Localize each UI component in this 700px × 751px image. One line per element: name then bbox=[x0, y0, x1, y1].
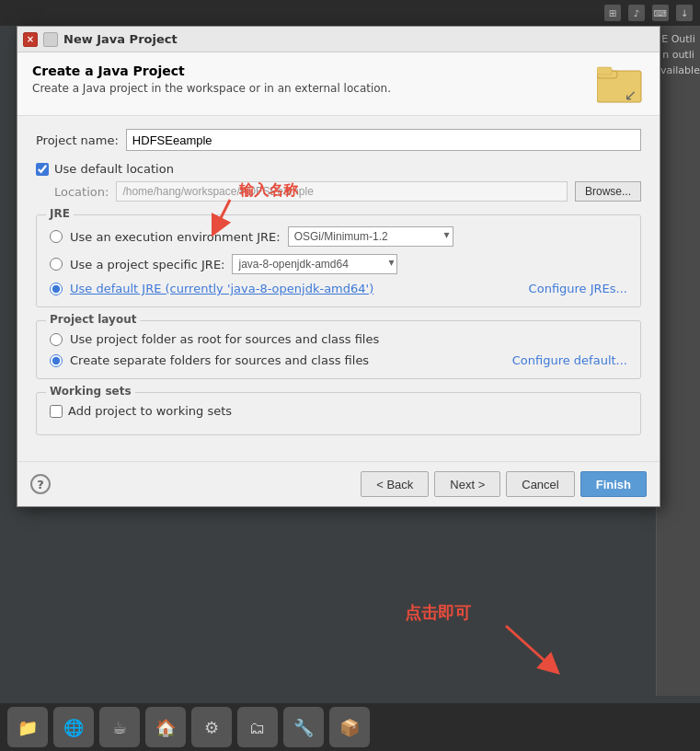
project-layout-title: Project layout bbox=[46, 313, 140, 326]
location-label: Location: bbox=[54, 185, 109, 199]
jre-option2-radio[interactable] bbox=[50, 258, 63, 271]
jre-option1-radio[interactable] bbox=[50, 230, 63, 243]
dialog-header: Create a Java Project Create a Java proj… bbox=[17, 52, 660, 116]
jre-option2-label[interactable]: Use a project specific JRE: bbox=[70, 258, 224, 272]
right-panel-text1: E Outli bbox=[660, 33, 696, 45]
taskbar-item-1[interactable]: 🌐 bbox=[53, 707, 94, 747]
use-default-location-label[interactable]: Use default location bbox=[54, 162, 174, 176]
configure-jres-link[interactable]: Configure JREs... bbox=[529, 282, 627, 295]
svg-rect-2 bbox=[597, 67, 612, 75]
working-sets-checkbox-row: Add project to working sets bbox=[50, 404, 627, 418]
finish-button[interactable]: Finish bbox=[580, 471, 647, 497]
sys-icon-2: ♪ bbox=[628, 5, 645, 21]
dialog-title: New Java Project bbox=[63, 32, 654, 46]
layout-option2-radio[interactable] bbox=[50, 354, 63, 367]
next-button[interactable]: Next > bbox=[434, 471, 500, 497]
jre-group-title: JRE bbox=[46, 207, 74, 220]
taskbar-item-5[interactable]: 🗂 bbox=[237, 707, 278, 747]
jre-option1-label[interactable]: Use an execution environment JRE: bbox=[70, 230, 281, 244]
sys-icon-4: ↓ bbox=[676, 5, 693, 21]
layout-option1-radio[interactable] bbox=[50, 333, 63, 346]
help-button[interactable]: ? bbox=[30, 474, 51, 494]
jre-option3-radio[interactable] bbox=[50, 283, 63, 295]
taskbar: 📁 🌐 ☕ 🏠 ⚙ 🗂 🔧 📦 bbox=[0, 703, 700, 751]
cancel-button[interactable]: Cancel bbox=[506, 471, 574, 497]
add-to-working-sets-label[interactable]: Add project to working sets bbox=[68, 404, 232, 418]
default-location-row: Use default location bbox=[36, 162, 641, 176]
title-bar: × New Java Project bbox=[17, 27, 660, 52]
browse-button[interactable]: Browse... bbox=[575, 181, 641, 202]
project-layout-group: Project layout Use project folder as roo… bbox=[36, 320, 641, 379]
project-name-label: Project name: bbox=[36, 133, 119, 147]
header-text: Create a Java Project Create a Java proj… bbox=[32, 64, 597, 95]
header-title: Create a Java Project bbox=[32, 64, 597, 78]
taskbar-item-7[interactable]: 📦 bbox=[329, 707, 370, 747]
svg-text:↙: ↙ bbox=[625, 87, 637, 104]
jre-option3-row: Use default JRE (currently 'java-8-openj… bbox=[50, 282, 627, 295]
back-button[interactable]: < Back bbox=[361, 471, 429, 497]
right-panel-text2: n outli bbox=[660, 49, 696, 61]
minimize-button[interactable] bbox=[43, 32, 58, 47]
project-name-row: Project name: bbox=[36, 129, 641, 151]
taskbar-item-2[interactable]: ☕ bbox=[99, 707, 140, 747]
footer-left: ? bbox=[30, 474, 51, 494]
layout-option2-row: Create separate folders for sources and … bbox=[50, 353, 627, 367]
right-panel: E Outli n outli vailable bbox=[656, 26, 700, 696]
location-input[interactable] bbox=[116, 181, 568, 202]
working-sets-group: Working sets Add project to working sets bbox=[36, 392, 641, 435]
use-default-location-checkbox[interactable] bbox=[36, 163, 49, 176]
layout-option1-label[interactable]: Use project folder as root for sources a… bbox=[70, 332, 379, 346]
taskbar-item-4[interactable]: ⚙ bbox=[191, 707, 232, 747]
add-to-working-sets-checkbox[interactable] bbox=[50, 405, 63, 418]
close-button[interactable]: × bbox=[23, 32, 38, 47]
configure-default-link[interactable]: Configure default... bbox=[512, 353, 627, 367]
layout-option2-label[interactable]: Create separate folders for sources and … bbox=[70, 353, 369, 367]
location-row: Location: Browse... bbox=[54, 181, 641, 202]
jre-option1-select-wrapper: OSGi/Minimum-1.2 bbox=[288, 226, 453, 247]
sys-icon-3: ⌨ bbox=[652, 5, 669, 21]
project-name-input[interactable] bbox=[126, 129, 641, 151]
header-subtitle: Create a Java project in the workspace o… bbox=[32, 82, 597, 95]
folder-svg: ↙ bbox=[597, 64, 645, 104]
dialog: × New Java Project Create a Java Project… bbox=[17, 26, 660, 507]
right-panel-text3: vailable bbox=[660, 64, 696, 76]
dialog-content: Project name: Use default location Locat… bbox=[17, 116, 660, 461]
jre-option1-select[interactable]: OSGi/Minimum-1.2 bbox=[288, 226, 453, 247]
taskbar-item-6[interactable]: 🔧 bbox=[283, 707, 324, 747]
taskbar-item-3[interactable]: 🏠 bbox=[145, 707, 186, 747]
jre-option3-label[interactable]: Use default JRE (currently 'java-8-openj… bbox=[70, 282, 373, 295]
footer-right: < Back Next > Cancel Finish bbox=[361, 471, 647, 497]
jre-group: JRE Use an execution environment JRE: OS… bbox=[36, 214, 641, 307]
jre-option2-row: Use a project specific JRE: java-8-openj… bbox=[50, 254, 627, 274]
dialog-footer: ? < Back Next > Cancel Finish bbox=[17, 461, 660, 506]
taskbar-item-0[interactable]: 📁 bbox=[7, 707, 48, 747]
working-sets-title: Working sets bbox=[46, 385, 135, 398]
jre-option2-select-wrapper: java-8-openjdk-amd64 bbox=[232, 254, 397, 274]
sys-icon-1: ⊞ bbox=[604, 5, 621, 21]
system-bar: ⊞ ♪ ⌨ ↓ bbox=[0, 0, 700, 26]
header-icon: ↙ bbox=[597, 64, 645, 106]
jre-option2-select[interactable]: java-8-openjdk-amd64 bbox=[232, 254, 397, 274]
jre-option1-row: Use an execution environment JRE: OSGi/M… bbox=[50, 226, 627, 247]
layout-option1-row: Use project folder as root for sources a… bbox=[50, 332, 627, 346]
